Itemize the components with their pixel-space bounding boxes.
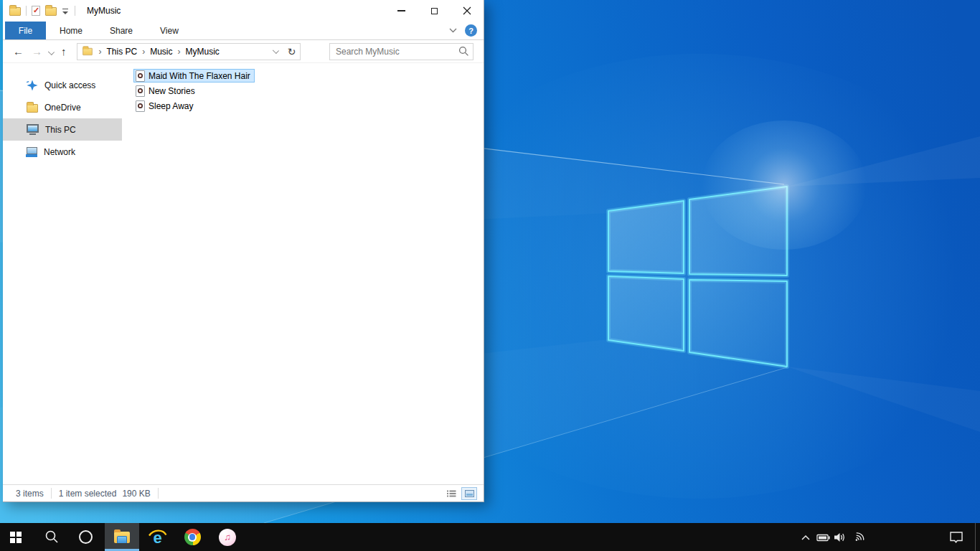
action-center-icon — [948, 530, 964, 544]
audio-file-icon — [136, 70, 145, 82]
itunes-icon: ♫ — [219, 529, 236, 546]
ribbon-expand-chevron-icon[interactable] — [449, 28, 457, 33]
back-button[interactable]: ← — [13, 46, 24, 57]
taskbar-search-button[interactable] — [36, 523, 67, 551]
file-name: New Stories — [149, 86, 195, 96]
selection-size: 190 KB — [122, 489, 150, 499]
taskbar: e ♫ — [0, 523, 980, 551]
explorer-window-icon — [9, 7, 21, 16]
close-icon — [463, 6, 471, 15]
file-explorer-icon — [114, 532, 130, 543]
navigation-pane: Quick access OneDrive This PC Network — [3, 63, 122, 484]
sidebar-item-label: Network — [44, 147, 75, 157]
chevron-up-icon — [801, 534, 811, 541]
tab-file[interactable]: File — [5, 22, 46, 39]
tab-share[interactable]: Share — [96, 22, 146, 39]
ribbon-tab-row: File Home Share View ? — [3, 22, 484, 40]
cortana-button[interactable] — [70, 523, 101, 551]
file-row[interactable]: Sleep Away — [133, 99, 198, 113]
address-dropdown-button[interactable] — [268, 50, 284, 53]
search-input[interactable] — [330, 47, 454, 57]
file-explorer-window: MyMusic File Home Share View ? ← → — [3, 0, 484, 502]
search-box[interactable] — [329, 43, 473, 60]
thumbnails-view-button[interactable] — [461, 487, 477, 500]
qat-new-folder-icon[interactable] — [45, 7, 57, 16]
volume-tray-button[interactable] — [831, 523, 849, 551]
sidebar-item-network[interactable]: Network — [3, 141, 122, 163]
items-count: 3 items — [16, 489, 44, 499]
details-view-icon — [447, 490, 456, 497]
address-bar[interactable]: › This PC › Music › MyMusic ↻ — [77, 43, 301, 60]
internet-explorer-button[interactable]: e — [141, 523, 173, 551]
qat-properties-icon[interactable] — [32, 6, 40, 16]
wifi-tray-button[interactable] — [850, 523, 869, 551]
recent-locations-button[interactable] — [49, 47, 54, 57]
file-name: Sleep Away — [149, 101, 194, 111]
chrome-button[interactable] — [176, 523, 208, 551]
desktop: MyMusic File Home Share View ? ← → — [0, 0, 980, 551]
close-button[interactable] — [451, 0, 484, 22]
explorer-content: Quick access OneDrive This PC Network — [3, 63, 484, 484]
breadcrumb-item-this-pc[interactable]: This PC — [105, 47, 140, 57]
itunes-button[interactable]: ♫ — [212, 523, 243, 551]
chrome-icon — [184, 529, 201, 545]
volume-icon — [834, 532, 847, 543]
taskbar-file-explorer-button[interactable] — [105, 523, 139, 551]
breadcrumb-item-music[interactable]: Music — [148, 47, 174, 57]
file-name: Maid With The Flaxen Hair — [149, 71, 250, 81]
windows-logo-icon — [10, 532, 22, 543]
sidebar-item-label: This PC — [45, 125, 76, 135]
minimize-button[interactable] — [385, 0, 418, 22]
chevron-down-icon — [48, 48, 55, 55]
minimize-icon — [397, 10, 405, 11]
file-row[interactable]: Maid With The Flaxen Hair — [133, 69, 255, 83]
battery-icon — [816, 532, 831, 543]
qat-customize-dropdown-icon[interactable] — [62, 8, 70, 16]
sidebar-item-label: Quick access — [44, 80, 95, 90]
tab-home[interactable]: Home — [46, 22, 96, 39]
sidebar-item-quick-access[interactable]: Quick access — [3, 74, 122, 96]
crumb-separator: › — [175, 47, 184, 57]
search-icon[interactable] — [454, 46, 473, 57]
network-icon — [27, 147, 37, 154]
sidebar-item-onedrive[interactable]: OneDrive — [3, 96, 122, 118]
window-title: MyMusic — [87, 6, 121, 16]
music-note-glyph: ♫ — [224, 532, 231, 542]
tab-view[interactable]: View — [146, 22, 192, 39]
file-list: Maid With The Flaxen Hair New Stories Sl… — [122, 63, 484, 484]
refresh-button[interactable]: ↻ — [284, 46, 300, 57]
this-pc-monitor-icon — [27, 124, 39, 133]
battery-tray-button[interactable] — [814, 523, 833, 551]
titlebar[interactable]: MyMusic — [3, 0, 484, 22]
thumbnails-view-icon — [465, 490, 474, 497]
show-desktop-button[interactable] — [975, 523, 980, 551]
tray-expand-button[interactable] — [797, 523, 814, 551]
up-button[interactable]: ↑ — [61, 46, 67, 57]
file-row[interactable]: New Stories — [133, 84, 199, 98]
wifi-icon — [853, 531, 866, 543]
breadcrumb-folder-icon — [83, 47, 93, 55]
sidebar-item-this-pc[interactable]: This PC — [3, 118, 122, 141]
crumb-separator: › — [139, 47, 148, 57]
maximize-button[interactable] — [418, 0, 451, 22]
status-separator — [51, 488, 52, 499]
titlebar-separator — [75, 6, 75, 16]
internet-explorer-icon: e — [148, 528, 167, 547]
quick-access-star-icon — [27, 80, 38, 91]
audio-file-icon — [136, 100, 145, 112]
maximize-icon — [431, 8, 438, 14]
details-view-button[interactable] — [443, 487, 459, 500]
help-button[interactable]: ? — [465, 24, 477, 37]
sidebar-item-label: OneDrive — [44, 103, 81, 113]
chevron-down-icon — [273, 47, 279, 53]
status-separator — [158, 488, 159, 499]
search-icon — [45, 530, 59, 544]
navigation-bar: ← → ↑ › This PC › Music › MyMusic ↻ — [3, 40, 484, 63]
status-bar: 3 items 1 item selected 190 KB — [3, 484, 484, 501]
action-center-button[interactable] — [946, 523, 967, 551]
breadcrumb-item-mymusic[interactable]: MyMusic — [184, 47, 222, 57]
start-button[interactable] — [0, 523, 32, 551]
forward-button[interactable]: → — [32, 46, 42, 57]
cortana-circle-icon — [79, 530, 93, 544]
titlebar-separator — [26, 6, 27, 16]
